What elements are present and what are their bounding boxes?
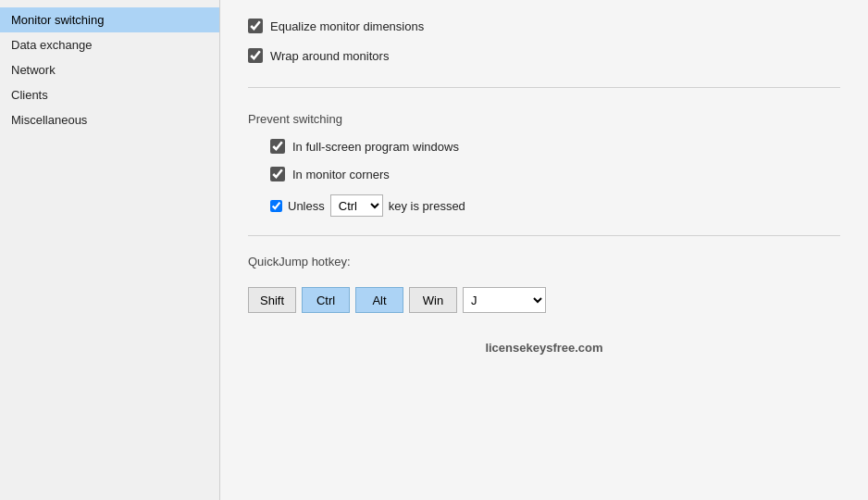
unless-checkbox[interactable] (270, 200, 282, 212)
key-select[interactable]: J A B C (463, 287, 546, 313)
corners-label[interactable]: In monitor corners (292, 168, 390, 181)
divider-2 (248, 235, 840, 236)
unless-suffix: key is pressed (389, 199, 465, 213)
equalize-checkbox[interactable] (248, 19, 263, 33)
win-button[interactable]: Win (409, 287, 457, 313)
sidebar: Monitor switching Data exchange Network … (0, 0, 220, 500)
unless-row: Unless Ctrl Alt Shift Win key is pressed (270, 194, 840, 217)
ctrl-button[interactable]: Ctrl (302, 287, 350, 313)
sidebar-item-label: Clients (11, 88, 48, 102)
sidebar-item-monitor-switching[interactable]: Monitor switching (0, 7, 219, 32)
quickjump-label: QuickJump hotkey: (248, 255, 840, 269)
equalize-checkbox-row: Equalize monitor dimensions (248, 19, 840, 33)
main-content: Equalize monitor dimensions Wrap around … (220, 0, 868, 500)
wrap-label[interactable]: Wrap around monitors (270, 49, 389, 63)
sidebar-item-label: Network (11, 63, 56, 77)
sidebar-item-data-exchange[interactable]: Data exchange (0, 32, 219, 57)
sidebar-item-label: Monitor switching (11, 13, 104, 27)
sidebar-item-miscellaneous[interactable]: Miscellaneous (0, 107, 219, 132)
watermark: licensekeysfree.com (248, 341, 840, 355)
alt-button[interactable]: Alt (355, 287, 403, 313)
corners-checkbox[interactable] (270, 167, 285, 181)
hotkey-row: Shift Ctrl Alt Win J A B C (248, 287, 840, 313)
shift-button[interactable]: Shift (248, 287, 296, 313)
prevent-switching-options: In full-screen program windows In monito… (270, 139, 840, 217)
prevent-switching-label: Prevent switching (248, 112, 840, 126)
equalize-label[interactable]: Equalize monitor dimensions (270, 19, 424, 33)
unless-key-select[interactable]: Ctrl Alt Shift Win (330, 194, 383, 217)
fullscreen-checkbox[interactable] (270, 139, 285, 154)
divider-1 (248, 87, 840, 88)
sidebar-item-network[interactable]: Network (0, 57, 219, 82)
unless-label[interactable]: Unless (288, 199, 325, 213)
sidebar-item-clients[interactable]: Clients (0, 82, 219, 107)
corners-checkbox-row: In monitor corners (270, 167, 840, 181)
sidebar-item-label: Data exchange (11, 38, 92, 52)
wrap-checkbox-row: Wrap around monitors (248, 48, 840, 63)
sidebar-item-label: Miscellaneous (11, 113, 87, 127)
wrap-checkbox[interactable] (248, 48, 263, 63)
fullscreen-label[interactable]: In full-screen program windows (292, 140, 459, 154)
fullscreen-checkbox-row: In full-screen program windows (270, 139, 840, 154)
